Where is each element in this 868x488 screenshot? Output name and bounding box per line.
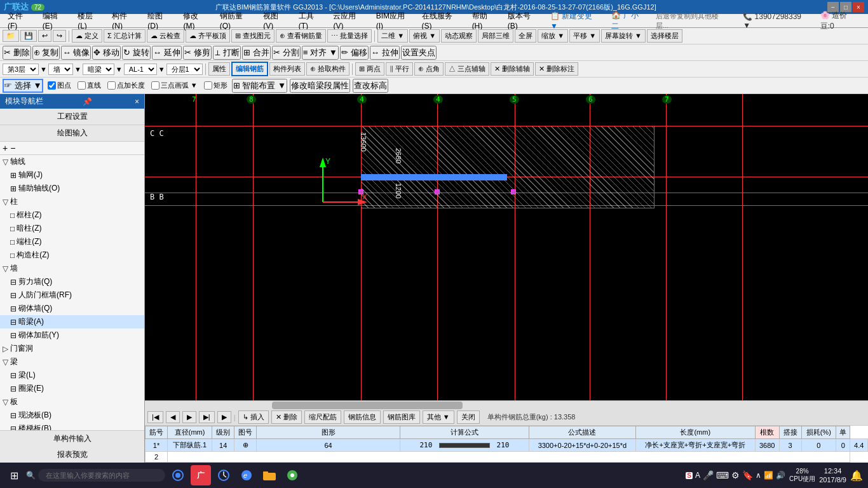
taskbar-app-chrome[interactable] [282, 465, 302, 485]
del-annotation-button[interactable]: ✕ 删除标注 [535, 62, 578, 76]
menu-bim[interactable]: BIM应用(I) [371, 10, 417, 32]
set-vertex-tool[interactable]: 设置夹点 [401, 46, 437, 60]
select-mode-button[interactable]: ☞ 选择 ▼ [3, 79, 43, 93]
nav-minus-button[interactable]: − [10, 143, 15, 153]
snap-point-extend-checkbox[interactable]: 点加长度 [105, 81, 147, 90]
select-floor-button[interactable]: 选择楼层 [647, 29, 682, 43]
snap-line-checkbox[interactable]: 直线 [76, 81, 103, 90]
rebar-play-btn[interactable]: ▶ [217, 411, 231, 423]
cloud-check-button[interactable]: ☁ 云检查 [147, 29, 184, 43]
nav-item-beam[interactable]: ▽ 梁 [0, 355, 144, 369]
taskbar-search[interactable] [38, 469, 165, 482]
menu-rebar-qty[interactable]: 钢筋量(Q) [215, 10, 259, 32]
del-axis-button[interactable]: ✕ 删除辅轴 [491, 62, 534, 76]
undo-button[interactable]: ↩ [38, 30, 51, 42]
parallel-button[interactable]: ∥ 平行 [386, 62, 413, 76]
three-point-axis-button[interactable]: △ 三点辅轴 [445, 62, 489, 76]
project-settings-btn[interactable]: 工程设置 [0, 109, 144, 125]
rebar-prev-btn[interactable]: ◀ [166, 411, 180, 423]
dark-beam-element[interactable] [361, 174, 507, 180]
nav-item-masonry-rebar[interactable]: ⊟ 砌体加筋(Y) [0, 329, 144, 342]
drawing-area[interactable]: Y X 7 8 4 4 5 6 7 C C B B 13600 2680 120… [145, 94, 868, 400]
nav-item-wall[interactable]: ▽ 墙 [0, 262, 144, 275]
rebar-last-btn[interactable]: ▶| [199, 411, 215, 423]
menu-modify[interactable]: 修改(M) [178, 10, 214, 32]
menu-floor[interactable]: 楼层(L) [72, 10, 107, 32]
batch-select-button[interactable]: ⋯ 批量选择 [327, 29, 372, 43]
properties-button[interactable]: 属性 [208, 62, 230, 76]
save-button[interactable]: 💾 [20, 30, 37, 42]
trim-tool[interactable]: ✂ 修剪 [183, 46, 212, 60]
taskbar-app-cortana[interactable] [168, 465, 188, 485]
pan-button[interactable]: 平移 ▼ [569, 29, 600, 43]
search-button[interactable]: 🔍 [26, 471, 36, 480]
snap-rect-checkbox[interactable]: 矩形 [202, 81, 229, 90]
tray-network[interactable]: 📶 [764, 471, 773, 480]
component-list-button[interactable]: 构件列表 [269, 62, 305, 76]
menu-cloud-app[interactable]: 云应用(V) [328, 10, 370, 32]
rebar-close-btn[interactable]: 关闭 [457, 410, 480, 424]
edit-rebar-button[interactable]: 编辑钢筋 [231, 62, 268, 76]
smart-layout-button[interactable]: ⊞ 智能布置 ▼ [232, 79, 288, 93]
tray-sougou[interactable]: S [686, 472, 693, 479]
align-tool[interactable]: ≡ 对齐 ▼ [302, 46, 339, 60]
taskbar-app-glodon[interactable]: 广 [191, 465, 211, 485]
report-preview-btn[interactable]: 报表预览 [0, 447, 144, 463]
menu-version[interactable]: 版本号(B) [503, 10, 545, 32]
nav-item-axis[interactable]: ▽ 轴线 [0, 155, 144, 168]
menu-new-change[interactable]: 📋 新建变更 ▼ [545, 10, 606, 32]
rebar-first-btn[interactable]: |◀ [147, 411, 163, 423]
tray-keyboard[interactable]: ⌨ [716, 470, 729, 480]
hscrollbar[interactable] [145, 400, 868, 409]
calc-button[interactable]: Σ 汇总计算 [104, 29, 146, 43]
component-id-select[interactable]: AL-1 [124, 64, 157, 75]
table-row[interactable]: 1* 下部纵筋.1 14 ⊕ 64 210 210 3300+0-20+15*d… [146, 439, 868, 452]
nav-item-dark-beam[interactable]: ⊟ 暗梁(A) [0, 315, 144, 329]
menu-online[interactable]: 在线服务(S) [417, 10, 467, 32]
top-view-button[interactable]: 俯视 ▼ [409, 29, 440, 43]
split-tool[interactable]: ✂ 分割 [272, 46, 301, 60]
nav-item-grid[interactable]: ⊞ 轴网(J) [0, 168, 144, 182]
tray-chevron[interactable]: ∧ [756, 471, 761, 480]
handle3[interactable] [511, 189, 516, 194]
rebar-next-btn[interactable]: ▶ [182, 411, 196, 423]
single-component-btn[interactable]: 单构件输入 [0, 431, 144, 447]
find-element-button[interactable]: ⊞ 查找图元 [231, 29, 275, 43]
rotate-tool[interactable]: ↻ 旋转 [122, 46, 151, 60]
flatten-button[interactable]: ☁ 齐平板顶 [186, 29, 230, 43]
notification-area[interactable]: 🔔 [850, 470, 863, 482]
zoom-button[interactable]: 缩放 ▼ [538, 29, 568, 43]
nav-item-slab[interactable]: ▽ 板 [0, 395, 144, 409]
nav-item-cast-slab[interactable]: ⊟ 现浇板(B) [0, 409, 144, 422]
nav-item-beam-l[interactable]: ⊟ 梁(L) [0, 369, 144, 382]
define-button[interactable]: ☁ 定义 [72, 29, 102, 43]
check-elevation-button[interactable]: 查改标高 [353, 79, 388, 93]
nav-item-door-window[interactable]: ▷ 门窗洞 [0, 342, 144, 355]
pick-component-button[interactable]: ⊕ 拾取构件 [306, 62, 349, 76]
fullscreen-button[interactable]: 全屏 [515, 29, 536, 43]
merge-tool[interactable]: ⊞ 合并 [242, 46, 271, 60]
move-tool[interactable]: ✥ 移动 [92, 46, 121, 60]
menu-view[interactable]: 视图(V) [258, 10, 293, 32]
taskbar-app-clock[interactable] [214, 465, 234, 485]
mirror-tool[interactable]: ↔ 镜像 [61, 46, 91, 60]
dynamic-view-button[interactable]: 动态观察 [441, 29, 477, 43]
floor-select[interactable]: 第3层 [3, 64, 39, 75]
table-row[interactable]: 2 [146, 452, 868, 463]
quick-input-btn[interactable]: 绘图输入 [0, 125, 144, 142]
menu-component[interactable]: 构件(N) [107, 10, 142, 32]
menu-draw[interactable]: 绘图(D) [142, 10, 178, 32]
nav-item-construct-col[interactable]: □ 构造柱(Z) [0, 248, 144, 262]
extend-tool[interactable]: ↔ 延伸 [152, 46, 182, 60]
delete-tool[interactable]: ✂ 删除 [3, 46, 31, 60]
rebar-info-btn[interactable]: 钢筋信息 [344, 410, 381, 424]
rebar-insert-btn[interactable]: ↳ 插入 [238, 410, 269, 424]
tray-mic[interactable]: 🎤 [703, 470, 714, 480]
menu-copy-floor[interactable]: 后退带复制到其他楼层... [651, 10, 735, 32]
nav-item-stair-slab[interactable]: ⊟ 楼梯板(B) [0, 422, 144, 430]
nav-item-ring-beam[interactable]: ⊟ 圈梁(E) [0, 382, 144, 395]
rebar-library-btn[interactable]: 钢筋图库 [383, 410, 420, 424]
snap-arc-checkbox[interactable]: 三点画弧 ▼ [149, 81, 200, 90]
nav-item-column[interactable]: ▽ 柱 [0, 195, 144, 208]
component-type-select[interactable]: 墙 [48, 64, 73, 75]
